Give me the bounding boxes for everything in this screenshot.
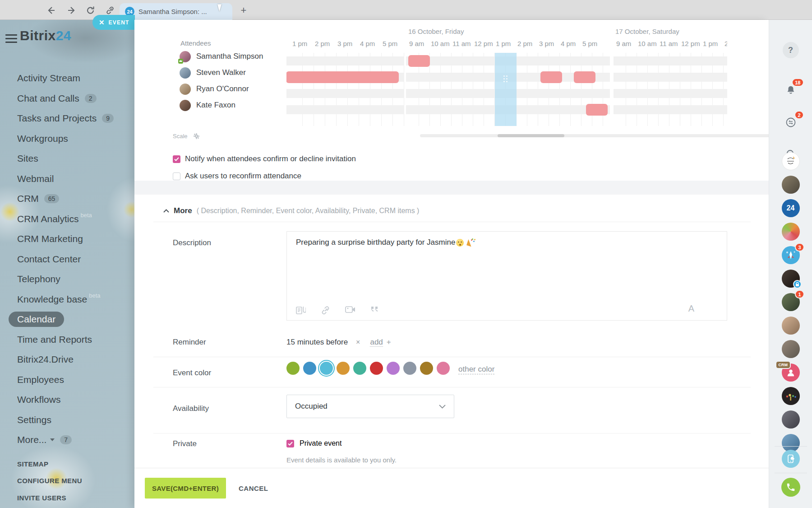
sidebar-link-sitemap[interactable]: SITEMAP — [17, 457, 48, 471]
hour-label: 1 pm — [292, 40, 307, 47]
plus-icon[interactable]: + — [387, 338, 391, 347]
save-button[interactable]: SAVE(CMD+ENTER) — [145, 478, 226, 499]
event-panel-ribbon[interactable]: ✕ EVENT — [92, 15, 135, 30]
event-color-swatch[interactable] — [370, 362, 383, 375]
sidebar-item-label: Bitrix24.Drive — [17, 354, 74, 365]
notify-checkbox[interactable] — [173, 155, 180, 163]
hour-label: 2 pm — [517, 40, 532, 47]
menu-burger-icon[interactable] — [5, 34, 17, 43]
gear-icon[interactable] — [194, 133, 199, 139]
sidebar-item-employees[interactable]: Employees — [0, 370, 134, 390]
user-avatar-5[interactable] — [782, 340, 800, 358]
user-avatar-6[interactable] — [782, 410, 800, 429]
reconfirm-checkbox[interactable] — [173, 172, 180, 180]
quote-icon[interactable] — [370, 306, 378, 313]
event-color-swatches — [286, 362, 453, 375]
bitrix24-logo[interactable]: Bitrix24 — [20, 28, 71, 43]
event-color-swatch[interactable] — [387, 362, 400, 375]
close-icon[interactable]: ✕ — [99, 19, 105, 26]
cancel-button[interactable]: CANCEL — [239, 478, 268, 499]
user-avatar-2[interactable] — [782, 270, 800, 288]
insert-link-icon[interactable] — [321, 306, 330, 315]
sidebar-item-label: Knowledge base — [17, 294, 87, 305]
avatar — [180, 84, 191, 95]
notify-label: Notify when attendees confirm or decline… — [185, 154, 356, 163]
sidebar-link-configure-menu[interactable]: CONFIGURE MENU — [17, 474, 82, 488]
sidebar-item-webmail[interactable]: Webmail — [0, 169, 134, 189]
bitrix24-avatar[interactable]: 24 — [782, 199, 800, 217]
help-icon[interactable]: ? — [783, 42, 799, 58]
user-avatar-4[interactable] — [782, 317, 800, 335]
sidebar-item-chat-and-calls[interactable]: Chat and Calls2 — [0, 89, 134, 108]
attendee-row[interactable]: Steven Walker — [180, 66, 246, 79]
other-color-link[interactable]: other color — [458, 365, 494, 374]
event-color-swatch[interactable] — [286, 362, 300, 375]
user-avatar-1[interactable] — [782, 176, 800, 194]
browser-tab[interactable]: 24 Samantha Simpson: ... — [120, 3, 232, 20]
event-color-swatch[interactable] — [403, 362, 416, 375]
sidebar-item-knowledge-base[interactable]: Knowledge basebeta — [0, 289, 134, 309]
attendee-row[interactable]: Ryan O'Connor — [180, 83, 249, 95]
timeline-scrollbar-track[interactable] — [420, 134, 812, 137]
lights-workgroup-avatar[interactable] — [782, 387, 800, 405]
event-color-swatch[interactable] — [320, 362, 333, 375]
selected-event-slot[interactable] — [495, 53, 517, 126]
sidebar-item-more[interactable]: More...7 — [0, 430, 134, 450]
fruits-workgroup-avatar[interactable] — [782, 223, 800, 241]
sidebar-item-crm-analytics[interactable]: CRM Analyticsbeta — [0, 209, 134, 229]
insert-video-icon[interactable] — [345, 306, 355, 314]
sidebar-link-invite-users[interactable]: INVITE USERS — [17, 491, 66, 504]
event-color-swatch[interactable] — [303, 362, 316, 375]
sidebar-item-workgroups[interactable]: Workgroups — [0, 129, 134, 149]
attach-file-icon[interactable] — [296, 306, 306, 315]
sidebar-item-sites[interactable]: Sites — [0, 149, 134, 168]
day-header: 17 October, Saturday — [615, 28, 679, 35]
new-tab-button[interactable]: + — [237, 4, 250, 17]
counter-badge: 9 — [102, 114, 114, 123]
private-event-checkbox[interactable] — [286, 440, 294, 447]
party-popper-emoji — [466, 238, 475, 247]
event-color-swatch[interactable] — [420, 362, 433, 375]
sidebar-item-time-and-reports[interactable]: Time and Reports — [0, 330, 134, 350]
attendee-row[interactable]: Kate Faxon — [180, 99, 235, 112]
timeline-scrollbar-thumb[interactable] — [498, 134, 564, 137]
sidebar-item-workflows[interactable]: Workflows — [0, 390, 134, 410]
sidebar-item-crm-marketing[interactable]: CRM Marketing — [0, 229, 134, 249]
more-section-toggle[interactable]: More ( Description, Reminder, Event colo… — [163, 206, 419, 216]
sidebar-item-bitrix24-drive[interactable]: Bitrix24.Drive — [0, 350, 134, 369]
sidebar-item-contact-center[interactable]: Contact Center — [0, 249, 134, 269]
sidebar-item-activity-stream[interactable]: Activity Stream — [0, 68, 134, 88]
crm-contact-avatar[interactable]: CRM — [782, 364, 800, 382]
busy-time-block — [586, 104, 608, 116]
reload-icon[interactable] — [85, 5, 97, 16]
hour-label: 12 pm — [474, 40, 493, 47]
back-icon[interactable] — [45, 5, 57, 16]
sidebar-item-tasks-and-projects[interactable]: Tasks and Projects9 — [0, 108, 134, 128]
messenger-icon[interactable]: 2 — [782, 114, 799, 131]
sidebar-item-telephony[interactable]: Telephony — [0, 269, 134, 289]
description-editor[interactable]: Preparing a surprise birthday party for … — [286, 231, 727, 321]
add-reminder-link[interactable]: add — [370, 338, 383, 347]
mobile-app-icon[interactable] — [782, 450, 800, 468]
call-icon[interactable] — [781, 478, 800, 497]
user-avatar-7[interactable] — [782, 434, 800, 452]
event-color-swatch[interactable] — [437, 362, 450, 375]
sidebar-item-label: Webmail — [17, 173, 54, 184]
forward-icon[interactable] — [66, 5, 78, 16]
availability-select[interactable]: Occupied — [286, 395, 454, 418]
sidebar-item-calendar[interactable]: Calendar — [0, 309, 134, 329]
remove-reminder-icon[interactable]: × — [356, 338, 360, 346]
hour-label: 3 pm — [337, 40, 352, 47]
user-avatar-3[interactable]: 1 — [782, 293, 800, 311]
reminder-label: Reminder — [173, 338, 206, 347]
notifications-icon[interactable]: 18 — [782, 81, 799, 98]
font-settings-button[interactable]: A — [688, 303, 694, 314]
sidebar-item-label: CRM Analytics — [17, 214, 79, 224]
event-color-swatch[interactable] — [337, 362, 350, 375]
workgroup-logo-avatar[interactable] — [782, 152, 800, 170]
illustration-workgroup-avatar[interactable]: 3 — [782, 246, 800, 264]
event-color-swatch[interactable] — [353, 362, 366, 375]
attendee-row[interactable]: Samantha Simpson — [180, 50, 263, 63]
sidebar-item-crm[interactable]: CRM65 — [0, 189, 134, 209]
sidebar-item-settings[interactable]: Settings — [0, 410, 134, 430]
